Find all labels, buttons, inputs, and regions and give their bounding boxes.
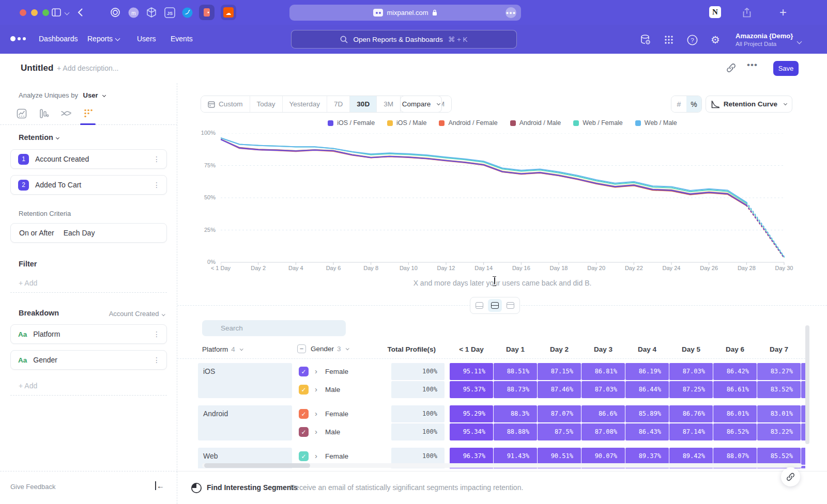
view-table-only[interactable] bbox=[503, 299, 517, 312]
column-header-day[interactable]: Day 1 bbox=[494, 345, 537, 353]
save-button[interactable]: Save bbox=[773, 61, 799, 76]
view-chart-only[interactable] bbox=[472, 299, 486, 312]
traffic-light-minimize[interactable] bbox=[31, 9, 38, 16]
retention-value-cell[interactable] bbox=[801, 405, 805, 422]
breakdown-card-gender[interactable]: Aa Gender ⋮ bbox=[10, 350, 167, 370]
js-extension-icon[interactable]: JS bbox=[164, 6, 175, 19]
criteria-mode[interactable]: On or After bbox=[19, 229, 54, 237]
nav-dashboards[interactable]: Dashboards bbox=[39, 35, 78, 43]
sidebar-toggle-icon[interactable] bbox=[52, 6, 61, 19]
view-split[interactable] bbox=[488, 299, 502, 312]
retention-value-cell[interactable] bbox=[801, 448, 805, 465]
series-checkbox[interactable]: ✓ bbox=[299, 367, 309, 376]
back-icon[interactable] bbox=[78, 6, 83, 19]
retention-value-cell[interactable]: 86.19% bbox=[625, 363, 669, 380]
percent-toggle[interactable]: % bbox=[686, 96, 701, 112]
retention-value-cell[interactable]: 95.11% bbox=[450, 363, 493, 380]
step-options-icon[interactable]: ⋮ bbox=[153, 155, 160, 163]
chart-type-button[interactable]: Retention Curve bbox=[706, 96, 792, 113]
m-avatar-extension-icon[interactable]: m bbox=[128, 6, 139, 19]
series-checkbox[interactable]: ✓ bbox=[299, 409, 309, 419]
retention-value-cell[interactable]: 83.22% bbox=[757, 423, 801, 440]
retention-value-cell[interactable] bbox=[801, 466, 805, 468]
gender-label[interactable]: Male bbox=[325, 428, 340, 436]
table-search-input[interactable] bbox=[202, 320, 346, 336]
retention-value-cell[interactable]: 90.07% bbox=[581, 448, 625, 465]
series-checkbox[interactable]: ✓ bbox=[299, 385, 309, 395]
absolute-numbers-toggle[interactable]: # bbox=[671, 96, 686, 112]
legend-item[interactable]: Web / Female bbox=[573, 119, 623, 127]
column-header-day[interactable]: Day 2 bbox=[538, 345, 581, 353]
column-header-day[interactable]: Day 5 bbox=[669, 345, 713, 353]
help-icon[interactable]: ? bbox=[685, 33, 699, 46]
retention-value-cell[interactable]: 87.25% bbox=[669, 381, 713, 398]
analyze-by-row[interactable]: Analyze Uniques by User bbox=[19, 91, 105, 99]
gender-label[interactable]: Male bbox=[325, 386, 340, 393]
retention-value-cell[interactable]: 87.5% bbox=[538, 423, 581, 440]
new-tab-icon[interactable]: + bbox=[779, 6, 787, 19]
retention-value-cell[interactable]: 90.51% bbox=[538, 448, 581, 465]
range-yesterday[interactable]: Yesterday bbox=[283, 96, 328, 112]
step-card-a[interactable]: 1 Account Created ⋮ bbox=[10, 149, 167, 169]
retention-line-chart[interactable] bbox=[221, 133, 786, 266]
target-extension-icon[interactable] bbox=[110, 6, 120, 19]
step-options-icon[interactable]: ⋮ bbox=[153, 181, 160, 189]
horizontal-scrollbar[interactable] bbox=[204, 463, 310, 468]
retention-value-cell[interactable]: 86.43% bbox=[625, 423, 669, 440]
traffic-light-zoom[interactable] bbox=[42, 9, 49, 16]
breakdown-applies-to[interactable]: Account Created bbox=[109, 310, 164, 318]
series-checkbox[interactable]: ✓ bbox=[299, 427, 309, 437]
retention-value-cell[interactable]: 87.14% bbox=[669, 423, 713, 440]
retention-value-cell[interactable]: 95.29% bbox=[450, 405, 493, 422]
criteria-interval[interactable]: Each Day bbox=[64, 229, 95, 237]
nav-users[interactable]: Users bbox=[137, 35, 156, 43]
expand-row-icon[interactable]: › bbox=[315, 385, 317, 393]
retention-value-cell[interactable]: 87.08% bbox=[581, 423, 625, 440]
retention-value-cell[interactable]: 88.88% bbox=[494, 423, 537, 440]
range-7d[interactable]: 7D bbox=[327, 96, 350, 112]
step-card-b[interactable]: 2 Added To Cart ⋮ bbox=[10, 175, 167, 195]
analyze-value[interactable]: User bbox=[83, 91, 98, 99]
retention-value-cell[interactable]: 86.6% bbox=[581, 405, 625, 422]
address-bar[interactable]: mixpanel.com ●●● bbox=[289, 5, 521, 21]
legend-item[interactable]: iOS / Female bbox=[328, 119, 375, 127]
retention-value-cell[interactable]: 86.01% bbox=[713, 405, 757, 422]
compare-button[interactable]: Compare bbox=[400, 96, 442, 113]
data-management-icon[interactable] bbox=[639, 33, 652, 46]
retention-value-cell[interactable]: 83.01% bbox=[757, 405, 801, 422]
notion-extension-icon[interactable]: N bbox=[709, 6, 721, 18]
retention-value-cell[interactable]: 89.37% bbox=[625, 448, 669, 465]
retention-value-cell[interactable]: 96.37% bbox=[450, 448, 493, 465]
nav-reports[interactable]: Reports bbox=[87, 35, 119, 43]
find-interesting-segments-link[interactable]: Find Interesting Segments bbox=[207, 483, 298, 492]
gender-label[interactable]: Female bbox=[325, 452, 348, 460]
retention-value-cell[interactable] bbox=[801, 363, 805, 380]
gender-label[interactable]: Female bbox=[325, 410, 348, 418]
bird-extension-icon[interactable] bbox=[182, 6, 193, 19]
retention-section-header[interactable]: Retention bbox=[19, 133, 59, 141]
breakdown-card-platform[interactable]: Aa Platform ⋮ bbox=[10, 324, 167, 344]
legend-item[interactable]: iOS / Male bbox=[387, 119, 426, 127]
global-search-bar[interactable]: Open Reports & Dashboards ⌘ + K bbox=[291, 30, 517, 49]
settings-gear-icon[interactable]: ⚙ bbox=[709, 33, 722, 46]
notebook-extension-icon[interactable] bbox=[199, 5, 215, 20]
retention-value-cell[interactable]: 87.03% bbox=[581, 381, 625, 398]
retention-value-cell[interactable]: 91.43% bbox=[494, 448, 537, 465]
retention-value-cell[interactable]: 88.51% bbox=[494, 363, 537, 380]
retention-value-cell[interactable] bbox=[801, 381, 805, 398]
gender-label[interactable]: Female bbox=[325, 368, 348, 375]
retention-value-cell[interactable]: 86.81% bbox=[581, 363, 625, 380]
column-header-day[interactable]: Day 4 bbox=[625, 345, 669, 353]
retention-value-cell[interactable]: 86.52% bbox=[713, 423, 757, 440]
retention-value-cell[interactable]: 95.34% bbox=[450, 423, 493, 440]
retention-value-cell[interactable]: 87.15% bbox=[538, 363, 581, 380]
breakdown-property[interactable]: Platform bbox=[33, 330, 60, 338]
add-breakdown-button[interactable]: + Add bbox=[10, 376, 167, 396]
expand-row-icon[interactable]: › bbox=[315, 409, 317, 418]
retention-value-cell[interactable]: 83.27% bbox=[757, 363, 801, 380]
column-header-day[interactable]: Day 7 bbox=[757, 345, 801, 353]
retention-value-cell[interactable]: 86.42% bbox=[713, 363, 757, 380]
retention-value-cell[interactable]: 86.44% bbox=[625, 381, 669, 398]
retention-value-cell[interactable]: 88.07% bbox=[713, 448, 757, 465]
expand-row-icon[interactable]: › bbox=[315, 367, 317, 375]
